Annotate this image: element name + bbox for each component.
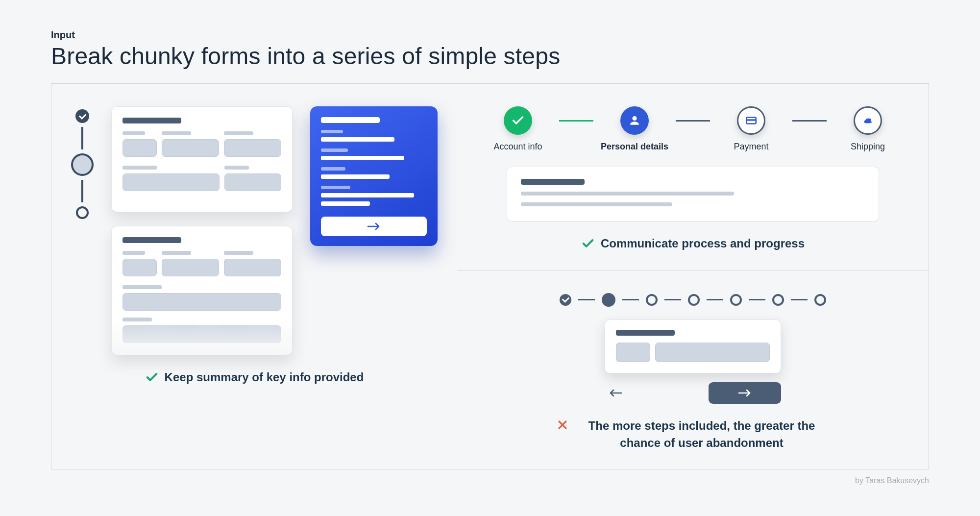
check-icon — [581, 237, 595, 250]
placeholder-label — [224, 251, 253, 255]
caption-text: Communicate process and progress — [601, 235, 805, 252]
summary-line — [321, 193, 414, 197]
placeholder-line — [521, 202, 672, 206]
examples-grid: Account info Personal details Payment — [51, 83, 929, 469]
next-button[interactable] — [709, 382, 781, 404]
panel-too-many-steps: The more steps included, the greater the… — [457, 270, 929, 469]
summary-label — [321, 167, 345, 171]
step-payment[interactable]: Payment — [710, 106, 792, 152]
placeholder-field — [616, 343, 650, 362]
placeholder-title-bar — [122, 237, 181, 243]
form-card-placeholder — [111, 226, 293, 355]
arrow-right-icon — [367, 222, 381, 231]
summary-continue-button[interactable] — [321, 217, 427, 236]
step-connector — [792, 120, 827, 122]
placeholder-field — [122, 173, 220, 191]
panel-summary: Keep summary of key info provided — [51, 84, 457, 469]
placeholder-field — [122, 293, 281, 311]
summary-label — [321, 130, 343, 133]
step-label: Payment — [734, 142, 768, 152]
mini-step-pending[interactable] — [646, 294, 658, 306]
step-circle-done — [504, 106, 532, 135]
svg-rect-1 — [746, 119, 756, 121]
step-account-info[interactable]: Account info — [477, 106, 559, 152]
placeholder-field — [224, 139, 281, 157]
vstep-pending[interactable] — [76, 206, 89, 219]
step-shipping[interactable]: Shipping — [827, 106, 909, 152]
mini-step-connector — [749, 299, 765, 300]
placeholder-label — [122, 318, 152, 321]
step-label: Account info — [493, 142, 542, 152]
placeholder-title-bar — [616, 330, 675, 336]
placeholder-label — [162, 251, 191, 255]
arrow-right-icon — [737, 389, 752, 397]
placeholder-field — [122, 139, 157, 157]
caption-text: Keep summary of key info provided — [165, 369, 364, 386]
arrow-left-icon — [608, 389, 623, 397]
caption-good: Keep summary of key info provided — [71, 369, 438, 386]
step-circle-active — [620, 106, 649, 135]
placeholder-label — [122, 166, 157, 170]
placeholder-field — [162, 139, 219, 157]
eyebrow: Input — [51, 29, 929, 41]
mini-step-connector — [578, 299, 595, 300]
mini-step-pending[interactable] — [814, 294, 826, 306]
step-connector — [559, 120, 593, 122]
mini-step-pending[interactable] — [772, 294, 784, 306]
placeholder-field — [122, 259, 157, 276]
page-title: Break chunky forms into a series of simp… — [51, 43, 929, 70]
panel-progress: Account info Personal details Payment — [457, 84, 929, 270]
card-icon — [745, 114, 758, 127]
back-button[interactable] — [605, 384, 626, 402]
placeholder-title-bar — [521, 179, 585, 185]
summary-line — [321, 174, 390, 179]
placeholder-field — [162, 259, 219, 276]
step-label: Personal details — [601, 142, 668, 152]
caption-good: Communicate process and progress — [477, 235, 909, 252]
mini-step-connector — [664, 299, 681, 300]
placeholder-label — [122, 131, 145, 135]
summary-line — [321, 137, 394, 142]
mini-stepper — [477, 293, 909, 307]
placeholder-field — [122, 325, 281, 343]
caption-text: The more steps included, the greater the… — [574, 418, 829, 452]
credit: by Taras Bakusevych — [51, 476, 929, 485]
placeholder-title-bar — [122, 118, 181, 123]
shipping-icon — [861, 114, 874, 127]
mini-step-pending[interactable] — [688, 294, 700, 306]
vstep-connector — [81, 127, 83, 149]
step-personal-details[interactable]: Personal details — [593, 106, 676, 152]
placeholder-field — [224, 259, 281, 276]
summary-label — [321, 148, 348, 152]
placeholder-line — [521, 192, 734, 196]
mini-step-done[interactable] — [560, 294, 571, 306]
summary-title-bar — [321, 117, 380, 123]
user-icon — [628, 114, 641, 127]
vstep-done[interactable] — [75, 109, 89, 123]
vstep-active[interactable] — [71, 153, 94, 176]
mini-step-active[interactable] — [602, 293, 615, 307]
mini-step-connector — [791, 299, 808, 300]
step-connector — [676, 120, 710, 122]
stepper: Account info Personal details Payment — [477, 106, 909, 152]
placeholder-label — [224, 131, 253, 135]
placeholder-field — [655, 343, 770, 362]
cross-icon — [557, 419, 568, 431]
step-label: Shipping — [851, 142, 885, 152]
form-card-placeholder — [111, 106, 293, 212]
form-card-placeholder — [507, 167, 879, 221]
mini-step-connector — [622, 299, 639, 300]
placeholder-label — [162, 131, 191, 135]
mini-step-pending[interactable] — [730, 294, 742, 306]
placeholder-label — [224, 166, 249, 170]
step-circle-pending — [854, 106, 882, 135]
summary-label — [321, 186, 350, 189]
summary-panel — [310, 106, 438, 246]
vertical-stepper — [71, 106, 94, 219]
caption-bad: The more steps included, the greater the… — [477, 418, 909, 452]
placeholder-label — [122, 285, 162, 289]
mini-form-card — [605, 319, 781, 373]
check-icon — [511, 114, 525, 127]
summary-line — [321, 156, 404, 160]
summary-line — [321, 201, 370, 206]
